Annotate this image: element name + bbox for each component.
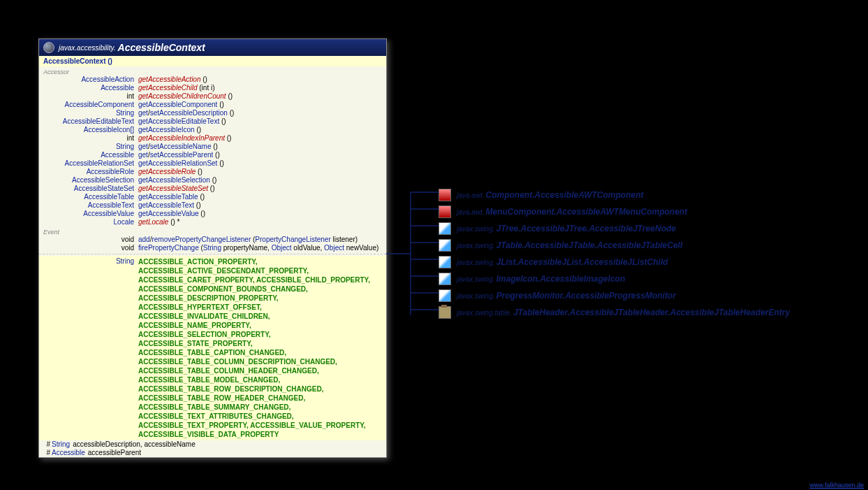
section-accessor: Accessor bbox=[39, 66, 386, 75]
return-type: AccessibleText bbox=[43, 201, 138, 210]
implementor-row[interactable]: javax.swing.JList.AccessibleJList.Access… bbox=[439, 254, 790, 271]
return-type: int bbox=[43, 134, 138, 143]
accessor-row: AccessibleTablegetAccessibleTable () bbox=[39, 193, 386, 201]
accessor-row: AccessibleStateSetgetAccessibleStateSet … bbox=[39, 185, 386, 193]
event-row: voidadd/removePropertyChangeListener (Pr… bbox=[39, 236, 386, 244]
method-name: getAccessibleText () bbox=[138, 201, 201, 210]
return-type: AccessibleRelationSet bbox=[43, 159, 138, 168]
accessor-row: Stringget/setAccessibleName () bbox=[39, 143, 386, 151]
method-name: getAccessibleRelationSet () bbox=[138, 159, 224, 168]
accessor-row: AccessibleEditableTextgetAccessibleEdita… bbox=[39, 117, 386, 126]
return-type: void bbox=[43, 244, 138, 252]
constants-list: ACCESSIBLE_ACTION_PROPERTY, ACCESSIBLE_A… bbox=[138, 257, 382, 439]
class-type-icon bbox=[439, 222, 451, 235]
implementor-label: javax.swing.ProgressMonitor.AccessiblePr… bbox=[457, 291, 676, 301]
class-type-icon bbox=[439, 239, 451, 252]
implementor-row[interactable]: javax.swing.ImageIcon.AccessibleImageIco… bbox=[439, 271, 790, 287]
connectors bbox=[386, 187, 442, 326]
return-type: int bbox=[43, 92, 138, 101]
return-type: AccessibleRole bbox=[43, 168, 138, 176]
accessor-row: Stringget/setAccessibleDescription () bbox=[39, 109, 386, 117]
method-name: getAccessibleSelection () bbox=[138, 176, 216, 185]
accessor-row: AccessibleComponentgetAccessibleComponen… bbox=[39, 101, 386, 109]
return-type: AccessibleTable bbox=[43, 193, 138, 201]
method-name: getAccessibleIndexInParent () bbox=[138, 134, 231, 143]
class-name: AccessibleContext bbox=[118, 42, 205, 53]
implementor-label: java.awt.MenuComponent.AccessibleAWTMenu… bbox=[457, 207, 687, 217]
return-type: AccessibleAction bbox=[43, 75, 138, 84]
method-name: getAccessibleChild (int i) bbox=[138, 84, 215, 92]
constants-type: String bbox=[43, 257, 138, 439]
class-type-icon bbox=[439, 273, 451, 285]
return-type: AccessibleSelection bbox=[43, 176, 138, 185]
accessor-row: AccessibleIcon[]getAccessibleIcon () bbox=[39, 126, 386, 134]
field-row: #AccessibleaccessibleParent bbox=[39, 449, 386, 457]
accessor-row: AccessibleValuegetAccessibleValue () bbox=[39, 210, 386, 218]
return-type: String bbox=[43, 143, 138, 151]
return-type: Accessible bbox=[43, 84, 138, 92]
method-name: getAccessibleComponent () bbox=[138, 101, 224, 109]
constants-block: String ACCESSIBLE_ACTION_PROPERTY, ACCES… bbox=[39, 256, 386, 440]
accessor-row: intgetAccessibleChildrenCount () bbox=[39, 92, 386, 101]
card-header: javax.accessibility. AccessibleContext bbox=[39, 39, 386, 56]
event-row: voidfirePropertyChange (String propertyN… bbox=[39, 244, 386, 252]
implementor-row[interactable]: java.awt.Component.AccessibleAWTComponen… bbox=[439, 187, 790, 203]
class-type-icon bbox=[439, 289, 451, 302]
method-name: get/setAccessibleDescription () bbox=[138, 109, 234, 117]
method-name: getAccessibleStateSet () bbox=[138, 185, 215, 193]
implementor-label: javax.swing.JTree.AccessibleJTree.Access… bbox=[457, 224, 676, 233]
constructor: AccessibleContext () bbox=[39, 56, 386, 66]
method-name: getAccessibleRole () bbox=[138, 168, 203, 176]
method-name: firePropertyChange (String propertyName,… bbox=[138, 244, 378, 252]
implementor-label: javax.swing.ImageIcon.AccessibleImageIco… bbox=[457, 274, 625, 284]
class-card: javax.accessibility. AccessibleContext A… bbox=[38, 38, 387, 458]
implementor-row[interactable]: javax.swing.ProgressMonitor.AccessiblePr… bbox=[439, 287, 790, 304]
return-type: Locale bbox=[43, 218, 138, 226]
return-type: void bbox=[43, 236, 138, 244]
footer-link[interactable]: www.falkhausen.de bbox=[809, 482, 864, 489]
implementor-row[interactable]: javax.swing.JTree.AccessibleJTree.Access… bbox=[439, 220, 790, 237]
implementor-row[interactable]: javax.swing.table.JTableHeader.Accessibl… bbox=[439, 304, 790, 321]
class-type-icon bbox=[439, 189, 451, 201]
section-event: Event bbox=[39, 226, 386, 236]
implementor-label: javax.swing.JList.AccessibleJList.Access… bbox=[457, 257, 668, 267]
accessor-row: LocalegetLocale () * bbox=[39, 218, 386, 226]
implementor-label: javax.swing.table.JTableHeader.Accessibl… bbox=[457, 308, 790, 317]
implementor-label: javax.swing.JTable.AccessibleJTable.Acce… bbox=[457, 240, 682, 250]
method-name: getAccessibleIcon () bbox=[138, 126, 201, 134]
class-type-icon bbox=[439, 306, 451, 319]
return-type: Accessible bbox=[43, 151, 138, 159]
accessor-row: AccessibleRolegetAccessibleRole () bbox=[39, 168, 386, 176]
method-name: getAccessibleEditableText () bbox=[138, 117, 226, 126]
return-type: String bbox=[43, 109, 138, 117]
return-type: AccessibleStateSet bbox=[43, 185, 138, 193]
field-row: #StringaccessibleDescription, accessible… bbox=[39, 440, 386, 449]
implementor-label: java.awt.Component.AccessibleAWTComponen… bbox=[457, 190, 643, 200]
accessor-row: AccessiblegetAccessibleChild (int i) bbox=[39, 84, 386, 92]
method-name: getAccessibleTable () bbox=[138, 193, 205, 201]
accessor-row: Accessibleget/setAccessibleParent () bbox=[39, 151, 386, 159]
accessor-row: AccessibleSelectiongetAccessibleSelectio… bbox=[39, 176, 386, 185]
return-type: AccessibleEditableText bbox=[43, 117, 138, 126]
package-name: javax.accessibility. bbox=[59, 44, 116, 52]
method-name: add/removePropertyChangeListener (Proper… bbox=[138, 236, 358, 244]
class-type-icon bbox=[439, 206, 451, 218]
method-name: get/setAccessibleName () bbox=[138, 143, 218, 151]
class-type-icon bbox=[439, 256, 451, 268]
return-type: AccessibleIcon[] bbox=[43, 126, 138, 134]
accessor-row: intgetAccessibleIndexInParent () bbox=[39, 134, 386, 143]
return-type: AccessibleComponent bbox=[43, 101, 138, 109]
method-name: getLocale () * bbox=[138, 218, 180, 226]
accessor-row: AccessibleActiongetAccessibleAction () bbox=[39, 75, 386, 84]
class-icon bbox=[43, 42, 54, 53]
implementor-row[interactable]: java.awt.MenuComponent.AccessibleAWTMenu… bbox=[439, 203, 790, 220]
method-name: get/setAccessibleParent () bbox=[138, 151, 220, 159]
method-name: getAccessibleAction () bbox=[138, 75, 207, 84]
accessor-row: AccessibleRelationSetgetAccessibleRelati… bbox=[39, 159, 386, 168]
method-name: getAccessibleValue () bbox=[138, 210, 205, 218]
method-name: getAccessibleChildrenCount () bbox=[138, 92, 233, 101]
implementor-row[interactable]: javax.swing.JTable.AccessibleJTable.Acce… bbox=[439, 237, 790, 254]
accessor-row: AccessibleTextgetAccessibleText () bbox=[39, 201, 386, 210]
return-type: AccessibleValue bbox=[43, 210, 138, 218]
implementors-list: java.awt.Component.AccessibleAWTComponen… bbox=[439, 187, 790, 321]
